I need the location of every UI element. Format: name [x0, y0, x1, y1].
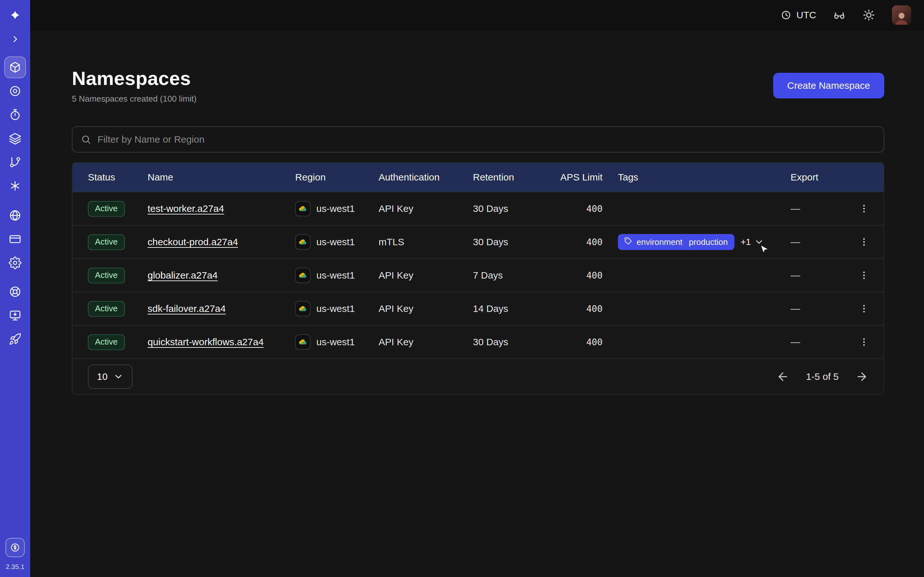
page-title: Namespaces — [72, 67, 197, 89]
page-size-select[interactable]: 10 — [88, 364, 132, 389]
timezone-label: UTC — [796, 10, 816, 21]
sun-icon — [863, 9, 875, 21]
labs-toggle-button[interactable] — [833, 9, 846, 21]
sidebar-item-settings[interactable] — [4, 252, 26, 274]
col-header-retention: Retention — [473, 172, 554, 183]
namespace-link[interactable]: sdk-failover.a27a4 — [148, 303, 226, 314]
row-menu-button[interactable] — [856, 301, 872, 316]
sidebar-item-deployments[interactable] — [4, 127, 26, 149]
table-header-row: Status Name Region Authentication Retent… — [73, 163, 884, 192]
page-subtitle: 5 Namespaces created (100 limit) — [72, 94, 197, 104]
google-cloud-icon — [295, 234, 310, 250]
sidebar-nav-account — [4, 205, 26, 274]
next-page-button[interactable] — [855, 370, 868, 383]
region-label: us-west1 — [317, 337, 355, 348]
retention-label: 30 Days — [473, 203, 554, 214]
chevron-down-icon — [754, 237, 764, 247]
billing-card-icon — [9, 233, 21, 245]
usage-dollar-icon — [10, 542, 20, 553]
tags-expand-button[interactable] — [754, 237, 764, 247]
timer-icon — [9, 108, 21, 121]
temporal-logo — [4, 8, 26, 24]
export-value: — — [790, 203, 855, 214]
layers-icon — [9, 132, 21, 145]
sidebar-item-getting-started[interactable] — [4, 328, 26, 350]
row-menu-button[interactable] — [856, 201, 872, 216]
google-cloud-icon — [295, 268, 310, 283]
sidebar-item-schedules[interactable] — [4, 104, 26, 126]
pagination-range: 1-5 of 5 — [806, 371, 838, 382]
status-badge: Active — [88, 268, 125, 284]
glasses-icon — [833, 9, 846, 21]
main-content: Namespaces 5 Namespaces created (100 lim… — [30, 30, 924, 395]
filter-search — [72, 126, 884, 153]
globe-icon — [9, 209, 21, 222]
retention-label: 30 Days — [473, 337, 554, 348]
sidebar-item-batch-operations[interactable] — [4, 151, 26, 173]
row-menu-button[interactable] — [856, 234, 872, 250]
tag-chip[interactable]: environment production — [618, 234, 734, 250]
row-menu-button[interactable] — [856, 268, 872, 283]
region-label: us-west1 — [317, 303, 355, 314]
retention-label: 30 Days — [473, 237, 554, 247]
clock-icon — [781, 10, 791, 20]
auth-label: API Key — [379, 270, 473, 281]
col-header-export: Export — [790, 172, 855, 183]
sidebar-nav-primary — [4, 56, 26, 197]
region-label: us-west1 — [317, 237, 355, 247]
sidebar-item-usage[interactable] — [5, 538, 25, 557]
status-badge: Active — [88, 201, 125, 217]
create-namespace-button[interactable]: Create Namespace — [773, 73, 884, 98]
table-row: Active sdk-failover.a27a4 us-west1 API K… — [73, 292, 884, 325]
col-header-name: Name — [148, 172, 295, 183]
auth-label: mTLS — [379, 237, 473, 247]
sidebar-item-feedback[interactable] — [4, 305, 26, 326]
auth-label: API Key — [379, 303, 473, 314]
col-header-status: Status — [88, 172, 148, 183]
sidebar-item-nexus[interactable] — [4, 175, 26, 197]
table-row: Active globalizer.a27a4 us-west1 API Key… — [73, 258, 884, 292]
rocket-icon — [9, 333, 21, 346]
export-value: — — [790, 303, 855, 314]
col-header-aps: APS Limit — [554, 172, 618, 183]
app-version: 2.35.1 — [6, 563, 24, 571]
theme-toggle-button[interactable] — [863, 9, 875, 21]
tag-icon — [624, 237, 632, 247]
namespace-link[interactable]: globalizer.a27a4 — [148, 270, 218, 280]
avatar[interactable] — [892, 5, 911, 25]
timezone-selector[interactable]: UTC — [781, 10, 816, 21]
export-value: — — [790, 270, 855, 281]
sidebar-item-billing[interactable] — [4, 228, 26, 250]
chevron-right-icon — [10, 34, 20, 44]
lifebuoy-icon — [9, 285, 21, 298]
table-row: Active quickstart-workflows.a27a4 us-wes… — [73, 325, 884, 358]
col-header-auth: Authentication — [379, 172, 473, 183]
col-header-region: Region — [295, 172, 379, 183]
namespace-link[interactable]: test-worker.a27a4 — [148, 203, 224, 214]
namespace-link[interactable]: checkout-prod.a27a4 — [148, 237, 238, 247]
sidebar-item-support[interactable] — [4, 281, 26, 303]
sidebar-item-globe[interactable] — [4, 205, 26, 226]
cube-icon — [9, 61, 21, 74]
sidebar-expand-button[interactable] — [4, 31, 26, 47]
sidebar-item-namespaces[interactable] — [4, 56, 26, 78]
filter-input[interactable] — [97, 134, 875, 145]
export-value: — — [790, 337, 855, 348]
page-size-value: 10 — [97, 371, 107, 382]
arrow-left-icon — [776, 370, 789, 383]
col-header-tags: Tags — [618, 172, 790, 183]
sidebar-item-workflows[interactable] — [4, 80, 26, 102]
retention-label: 14 Days — [473, 303, 554, 314]
google-cloud-icon — [295, 301, 310, 316]
table-row: Active checkout-prod.a27a4 us-west1 mTLS… — [73, 225, 884, 258]
table-row: Active test-worker.a27a4 us-west1 API Ke… — [73, 192, 884, 225]
row-menu-button[interactable] — [856, 334, 872, 350]
namespace-link[interactable]: quickstart-workflows.a27a4 — [148, 337, 264, 347]
chevron-down-icon — [113, 372, 124, 382]
google-cloud-icon — [295, 201, 310, 216]
tag-value: production — [689, 237, 728, 247]
prev-page-button[interactable] — [776, 370, 789, 383]
arrow-right-icon — [855, 370, 868, 383]
export-value: — — [790, 237, 855, 247]
target-icon — [9, 85, 21, 97]
